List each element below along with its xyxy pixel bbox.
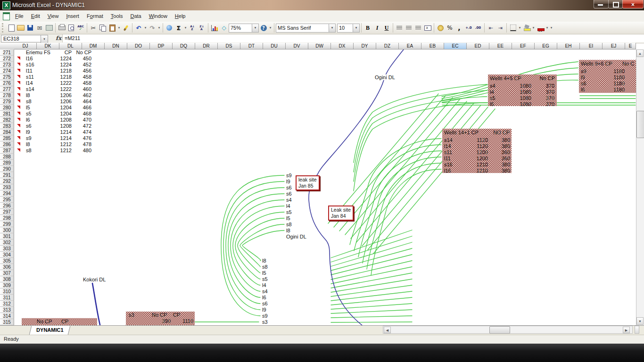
name-box[interactable]: EC318 — [1, 35, 44, 42]
column-header-DL[interactable]: DL — [59, 43, 82, 49]
row-header-295[interactable]: 295 — [0, 197, 14, 203]
column-header-DO[interactable]: DO — [127, 43, 150, 49]
row-header-294[interactable]: 294 — [0, 190, 14, 197]
row-header-288[interactable]: 288 — [0, 154, 14, 160]
row-header-274[interactable]: 274 — [0, 68, 14, 74]
row-header-297[interactable]: 297 — [0, 209, 14, 215]
column-header-EF[interactable]: EF — [512, 43, 535, 49]
column-header-DP[interactable]: DP — [150, 43, 173, 49]
paste-icon[interactable] — [107, 23, 117, 33]
column-header-EB[interactable]: EB — [421, 43, 444, 49]
row-header-272[interactable]: 272 — [0, 56, 14, 62]
drawing-icon[interactable]: ◇ — [219, 23, 229, 33]
zoom-combo[interactable]: 75% — [229, 24, 252, 33]
font-name-dropdown-icon[interactable]: ▾ — [329, 24, 336, 33]
chart-wizard-icon[interactable] — [210, 23, 219, 33]
column-header-DS[interactable]: DS — [218, 43, 240, 49]
font-size-combo[interactable]: 10 — [337, 24, 353, 33]
column-header-DY[interactable]: DY — [354, 43, 376, 49]
borders-dropdown-icon[interactable]: ▾ — [518, 23, 522, 33]
menu-insert[interactable]: Insert — [62, 12, 83, 20]
currency-icon[interactable] — [436, 23, 445, 33]
row-header-305[interactable]: 305 — [0, 258, 14, 264]
row-header-315[interactable]: 315 — [0, 319, 14, 325]
column-header-DT[interactable]: DT — [240, 43, 263, 49]
format-painter-icon[interactable] — [121, 23, 131, 33]
row-header-281[interactable]: 281 — [0, 111, 14, 117]
column-header-DR[interactable]: DR — [195, 43, 218, 49]
row-header-311[interactable]: 311 — [0, 295, 14, 301]
borders-icon[interactable] — [508, 23, 518, 33]
increase-decimal-icon[interactable]: +.0 — [464, 23, 473, 33]
row-header-278[interactable]: 278 — [0, 92, 14, 99]
column-header-E[interactable]: E — [625, 43, 636, 49]
row-header-285[interactable]: 285 — [0, 135, 14, 141]
row-header-279[interactable]: 279 — [0, 99, 14, 105]
row-header-280[interactable]: 280 — [0, 105, 14, 111]
increase-indent-icon[interactable]: ⇥ — [495, 23, 505, 33]
sheet-tab[interactable]: DYNAMIC1 — [29, 326, 71, 335]
row-header-308[interactable]: 308 — [0, 276, 14, 282]
formula-input[interactable]: =M211 — [62, 34, 644, 42]
new-icon[interactable] — [7, 23, 16, 33]
row-header-277[interactable]: 277 — [0, 86, 14, 92]
row-header-313[interactable]: 313 — [0, 307, 14, 313]
column-header-DW[interactable]: DW — [308, 43, 331, 49]
row-header-302[interactable]: 302 — [0, 239, 14, 246]
vertical-scrollbar[interactable]: ▲ ▼ — [636, 49, 644, 325]
hyperlink-icon[interactable] — [165, 23, 174, 33]
column-header-DQ[interactable]: DQ — [173, 43, 195, 49]
row-header-287[interactable]: 287 — [0, 148, 14, 154]
row-header-292[interactable]: 292 — [0, 178, 14, 184]
row-header-303[interactable]: 303 — [0, 246, 14, 252]
decrease-indent-icon[interactable]: ⇤ — [486, 23, 495, 33]
scroll-down-icon[interactable]: ▼ — [636, 317, 644, 325]
cut-icon[interactable]: ✂ — [89, 23, 98, 33]
row-header-304[interactable]: 304 — [0, 252, 14, 258]
fx-icon[interactable]: fx — [56, 35, 61, 41]
menu-tools[interactable]: Tools — [107, 12, 127, 20]
toolbar-drag-handle[interactable] — [2, 23, 5, 33]
underline-icon[interactable]: U — [382, 23, 391, 33]
row-header-275[interactable]: 275 — [0, 74, 14, 80]
redo-dropdown-icon[interactable]: ▾ — [157, 23, 161, 33]
scroll-up-icon[interactable]: ▲ — [636, 49, 644, 57]
research-icon[interactable] — [44, 23, 54, 33]
horizontal-scroll-thumb[interactable] — [489, 326, 510, 334]
restore-button[interactable] — [608, 0, 623, 8]
undo-dropdown-icon[interactable]: ▾ — [143, 23, 148, 33]
row-header-276[interactable]: 276 — [0, 80, 14, 86]
help-dropdown-icon[interactable]: ▾ — [268, 23, 272, 33]
help-icon[interactable]: ? — [259, 23, 268, 33]
column-header-ED[interactable]: ED — [467, 43, 489, 49]
menu-data[interactable]: Data — [126, 12, 145, 20]
column-header-DU[interactable]: DU — [263, 43, 286, 49]
font-color-icon[interactable]: A — [536, 23, 545, 33]
row-header-301[interactable]: 301 — [0, 233, 14, 239]
font-color-dropdown-icon[interactable]: ▾ — [545, 23, 549, 33]
autosum-icon[interactable]: Σ — [174, 23, 183, 33]
sort-asc-icon[interactable]: A↓Z — [188, 23, 197, 33]
sheet-canvas[interactable]: Ogini DLOgini DLKokori DLs9l9s6s6s4l4s5l… — [14, 49, 636, 325]
autosum-dropdown-icon[interactable]: ▾ — [183, 23, 188, 33]
select-all-corner[interactable] — [0, 43, 15, 50]
menu-file[interactable]: File — [11, 12, 27, 20]
italic-icon[interactable]: I — [372, 23, 382, 33]
print-preview-icon[interactable] — [66, 23, 76, 33]
column-header-EA[interactable]: EA — [399, 43, 421, 49]
open-icon[interactable] — [16, 23, 25, 33]
align-right-icon[interactable] — [413, 23, 423, 33]
column-header-DK[interactable]: DK — [37, 43, 59, 49]
row-header-291[interactable]: 291 — [0, 172, 14, 178]
redo-icon[interactable]: ↷ — [148, 23, 157, 33]
undo-icon[interactable]: ↶ — [134, 23, 143, 33]
fill-color-icon[interactable] — [522, 23, 531, 33]
row-header-309[interactable]: 309 — [0, 282, 14, 288]
column-header-EG[interactable]: EG — [535, 43, 557, 49]
bold-icon[interactable]: B — [363, 23, 372, 33]
close-button[interactable]: × — [622, 0, 644, 8]
align-center-icon[interactable] — [404, 23, 413, 33]
row-header-307[interactable]: 307 — [0, 270, 14, 276]
minimize-button[interactable] — [594, 0, 609, 8]
font-size-dropdown-icon[interactable]: ▾ — [353, 24, 360, 33]
